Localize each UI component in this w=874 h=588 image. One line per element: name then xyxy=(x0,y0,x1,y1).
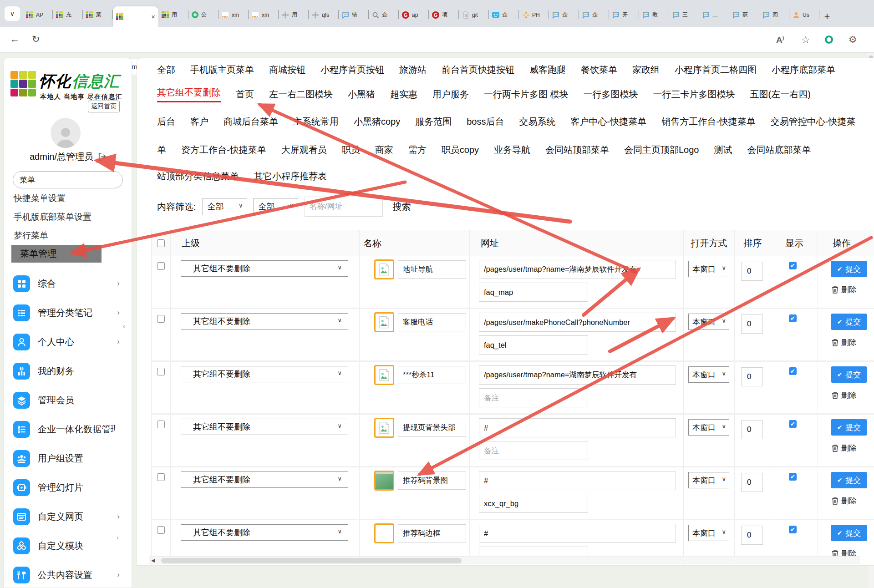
name-input[interactable] xyxy=(398,419,466,437)
sort-input[interactable] xyxy=(741,420,763,439)
sidebar-link-2[interactable]: 手机版底部菜单设置 xyxy=(14,211,91,223)
show-checkbox[interactable]: ✔ xyxy=(789,314,797,322)
row-select-checkbox[interactable] xyxy=(157,262,165,270)
tab-20[interactable]: 开 xyxy=(609,6,639,23)
sort-input[interactable] xyxy=(741,314,763,334)
group-link[interactable]: 测试 xyxy=(714,144,732,156)
group-link[interactable]: 一行多图模块 xyxy=(584,88,638,101)
select-all-checkbox[interactable] xyxy=(157,239,165,247)
group-link[interactable]: 手机版主页菜单 xyxy=(190,64,254,76)
back-icon[interactable]: ← xyxy=(10,34,20,45)
group-link[interactable]: 小程序首页二格四图 xyxy=(675,64,757,76)
group-link[interactable]: 服务范围 xyxy=(415,116,452,128)
group-link[interactable]: 小程序首页按钮 xyxy=(320,64,384,76)
extension-green-icon[interactable] xyxy=(825,35,833,44)
name-input[interactable] xyxy=(398,524,466,542)
read-aloud-icon[interactable]: A) xyxy=(776,35,784,45)
tab-19[interactable]: 企 xyxy=(579,6,609,23)
open-mode-select[interactable]: 本窗口 xyxy=(688,366,729,383)
reload-icon[interactable]: ↻ xyxy=(32,34,40,45)
open-mode-select[interactable]: 本窗口 xyxy=(688,314,729,330)
submit-button[interactable]: ✔提交 xyxy=(831,472,867,488)
group-link[interactable]: 职员copy xyxy=(442,144,479,156)
sidebar-item-5[interactable]: 管理会员 xyxy=(4,385,132,415)
group-link[interactable]: 单 xyxy=(157,144,166,156)
note-input[interactable] xyxy=(479,335,588,355)
row-select-checkbox[interactable] xyxy=(157,368,165,375)
submit-button[interactable]: ✔提交 xyxy=(831,314,867,330)
image-doc-icon[interactable] xyxy=(374,312,394,332)
tab-26[interactable]: Us xyxy=(789,6,819,23)
tab-21[interactable]: 教 xyxy=(639,6,669,23)
tab-5[interactable]: 用 xyxy=(158,6,188,23)
group-link[interactable]: 旅游站 xyxy=(399,64,427,76)
group-link[interactable]: 职员 xyxy=(342,144,360,156)
submit-button[interactable]: ✔提交 xyxy=(831,261,867,277)
tab-3[interactable]: 菜 xyxy=(83,6,113,23)
tab-11[interactable]: 错 xyxy=(339,6,369,23)
sidebar-link-3[interactable]: 梦行菜单 xyxy=(14,230,48,242)
tab-23[interactable]: 二 xyxy=(699,6,729,23)
tab-24[interactable]: 获 xyxy=(729,6,759,23)
note-input[interactable] xyxy=(479,388,588,407)
row-select-checkbox[interactable] xyxy=(157,421,165,428)
group-link[interactable]: 小黑猪 xyxy=(348,88,375,101)
parent-select[interactable]: 其它组不要删除 xyxy=(181,524,348,541)
sidebar-item-2[interactable]: 管理分类笔记› xyxy=(4,298,132,327)
tab-12[interactable]: 企 xyxy=(369,6,399,23)
delete-button[interactable]: 删除 xyxy=(832,390,857,400)
group-link[interactable]: 销售方工作台-快捷菜单 xyxy=(661,116,756,128)
open-mode-select[interactable]: 本窗口 xyxy=(688,261,729,277)
group-link[interactable]: 五图(左一右四) xyxy=(750,88,811,101)
tab-9[interactable]: 用 xyxy=(279,6,309,23)
sidebar-item-9[interactable]: 自定义网页› xyxy=(4,502,132,531)
delete-button[interactable]: 删除 xyxy=(832,443,857,453)
tab-15[interactable]: git xyxy=(459,6,489,23)
thumb-empty-icon[interactable] xyxy=(374,523,394,543)
group-link[interactable]: 一行三卡片多图模块 xyxy=(653,88,735,101)
group-link[interactable]: 客户中心-快捷菜单 xyxy=(571,116,647,128)
settings-gear-icon[interactable]: ⚙ xyxy=(849,34,857,45)
group-link[interactable]: 会同站底部菜单 xyxy=(747,144,811,156)
group-link[interactable]: 餐饮菜单 xyxy=(581,64,617,76)
group-link[interactable]: 需方 xyxy=(408,144,427,156)
group-link[interactable]: 用户服务 xyxy=(432,88,469,101)
url-input[interactable] xyxy=(479,471,676,490)
thumb-green-icon[interactable] xyxy=(374,471,394,491)
image-doc-icon[interactable] xyxy=(374,259,394,279)
tab-6[interactable]: 公 xyxy=(188,6,218,23)
group-link[interactable]: 站顶部分类信息菜单 xyxy=(157,170,239,182)
sort-input[interactable] xyxy=(741,262,763,281)
group-link[interactable]: 大屏观看员 xyxy=(281,144,327,156)
tab-8[interactable]: PMAxm xyxy=(249,6,279,23)
tab-10[interactable]: qfs xyxy=(309,6,339,23)
tab-14[interactable]: G项 xyxy=(429,6,459,23)
sort-input[interactable] xyxy=(741,367,763,386)
submit-button[interactable]: ✔提交 xyxy=(831,419,867,436)
tab-7[interactable]: PMAxm xyxy=(218,6,249,23)
logout-icon[interactable] xyxy=(98,152,107,161)
scroll-left-arrow-icon[interactable]: ◀ xyxy=(151,558,155,563)
sidebar-item-4[interactable]: $我的财务 xyxy=(4,356,132,385)
group-link[interactable]: 小黑猪copy xyxy=(354,116,400,128)
sort-input[interactable] xyxy=(741,473,763,492)
show-checkbox[interactable]: ✔ xyxy=(789,420,797,428)
group-link[interactable]: 交易系统 xyxy=(519,116,556,128)
group-link[interactable]: 左一右二图模块 xyxy=(269,88,333,101)
group-link-other[interactable]: 其它组不要删除 xyxy=(157,86,221,102)
group-link[interactable]: 后台 xyxy=(157,116,175,128)
delete-button[interactable]: 删除 xyxy=(832,496,857,506)
table-horizontal-scrollbar[interactable]: ◀ xyxy=(149,556,860,564)
group-link[interactable]: 其它小程序推荐表 xyxy=(254,170,327,182)
tab-16[interactable]: 企 xyxy=(489,6,519,23)
group-link[interactable]: 家政组 xyxy=(632,64,660,76)
sidebar-collapse-icon[interactable]: ‹ xyxy=(123,322,125,330)
group-link[interactable]: boss后台 xyxy=(467,116,504,128)
parent-select[interactable]: 其它组不要删除 xyxy=(181,313,348,329)
row-select-checkbox[interactable] xyxy=(157,473,165,481)
group-link[interactable]: 全部 xyxy=(157,64,175,76)
group-link[interactable]: 会同站顶部菜单 xyxy=(545,144,609,156)
tab-list-chevron-icon[interactable]: ∨ xyxy=(5,6,20,21)
open-mode-select[interactable]: 本窗口 xyxy=(688,525,729,541)
parent-select[interactable]: 其它组不要删除 xyxy=(181,471,348,488)
